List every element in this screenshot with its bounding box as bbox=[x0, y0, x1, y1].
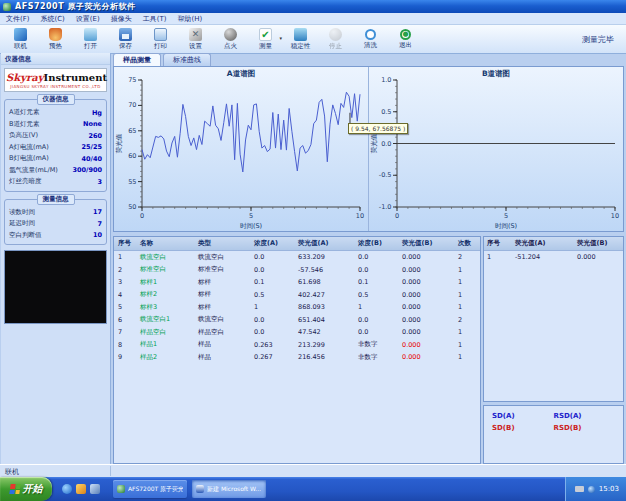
tab-strip: 样品测量标准曲线 bbox=[113, 53, 624, 66]
info-value: 300/900 bbox=[72, 166, 102, 174]
cell-no: 7 bbox=[116, 328, 138, 336]
toolbar-button-print[interactable]: 打印 bbox=[143, 26, 178, 52]
cell-conc-a: 0.0 bbox=[252, 253, 296, 261]
windows-flag-icon bbox=[9, 484, 20, 494]
cell-conc-b: 0.0 bbox=[356, 328, 400, 336]
info-row: 负高压(V)260 bbox=[7, 130, 104, 142]
chart-a-spectrum: A道谱图0510505560657075时间(S)荧光值 bbox=[114, 67, 368, 231]
taskbar-task-1[interactable]: 新建 Microsoft W... bbox=[192, 480, 266, 498]
cell-fluo-a: 633.209 bbox=[296, 253, 356, 261]
title-bar: AFS7200T 原子荧光分析软件 bbox=[0, 0, 626, 13]
cell-fluo-a: 47.542 bbox=[296, 328, 356, 336]
table-row[interactable]: 9样品2样品0.267216.456非数字0.0001 bbox=[114, 351, 480, 364]
status-divider bbox=[110, 466, 111, 476]
column-header: 浓度(A) bbox=[252, 239, 296, 248]
tab-standard-curve[interactable]: 标准曲线 bbox=[163, 53, 211, 66]
readings-table: 序号荧光值(A)荧光值(B)1-51.2040.000 bbox=[483, 236, 624, 402]
info-label: A道灯元素 bbox=[9, 108, 39, 117]
info-row: 延迟时间7 bbox=[7, 218, 104, 230]
taskbar-clock: 15:03 bbox=[599, 485, 619, 493]
sample-table-header: 序号名称类型浓度(A)荧光值(A)浓度(B)荧光值(B)次数 bbox=[114, 237, 480, 251]
start-button[interactable]: 开始 bbox=[0, 477, 52, 501]
svg-text:50: 50 bbox=[128, 203, 136, 211]
cell-type: 标准空白 bbox=[196, 265, 252, 274]
cell-times: 1 bbox=[456, 266, 480, 274]
cell-conc-a: 0.5 bbox=[252, 291, 296, 299]
task-label: AFS7200T 原子荧光... bbox=[128, 485, 183, 494]
sd-a-label: SD(A) bbox=[492, 412, 554, 420]
table-row[interactable]: 3标样1标样0.161.6980.10.0001 bbox=[114, 276, 480, 289]
svg-text:65: 65 bbox=[128, 127, 136, 135]
tray-device-icon[interactable] bbox=[575, 486, 584, 492]
cell-name: 标样2 bbox=[138, 290, 196, 299]
toolbar-button-label: 测量 bbox=[259, 42, 272, 51]
table-row[interactable]: 5标样3标样1868.09310.0001 bbox=[114, 301, 480, 314]
taskbar-task-0[interactable]: AFS7200T 原子荧光... bbox=[113, 480, 187, 498]
info-label: 空白判断值 bbox=[9, 231, 42, 240]
table-row[interactable]: 6载流空白1载流空白0.0651.4040.00.0002 bbox=[114, 314, 480, 327]
menu-item-0[interactable]: 文件(F) bbox=[6, 14, 30, 24]
svg-text:时间(S): 时间(S) bbox=[240, 222, 262, 230]
table-row[interactable]: 1载流空白载流空白0.0633.2090.00.0002 bbox=[114, 251, 480, 264]
quicklaunch-desktop-icon[interactable] bbox=[76, 484, 86, 494]
info-label: 延迟时间 bbox=[9, 219, 35, 228]
save-icon bbox=[119, 28, 132, 41]
svg-text:-0.5: -0.5 bbox=[379, 171, 392, 179]
cell-conc-b: 非数字 bbox=[356, 353, 400, 362]
tray-volume-icon[interactable] bbox=[588, 486, 595, 493]
cell-name: 样品1 bbox=[138, 340, 196, 349]
task-window-icon bbox=[196, 485, 204, 493]
toolbar-button-ignite[interactable]: 点火 bbox=[213, 26, 248, 52]
cell-no: 1 bbox=[116, 253, 138, 261]
toolbar-button-open[interactable]: 打开 bbox=[73, 26, 108, 52]
toolbar-button-exit[interactable]: ●退出 bbox=[388, 26, 423, 52]
svg-text:5: 5 bbox=[249, 212, 253, 220]
column-header: 类型 bbox=[196, 239, 252, 248]
table-row[interactable]: 7样品空白样品空白0.047.5420.00.0001 bbox=[114, 326, 480, 339]
table-row[interactable]: 2标准空白标准空白0.0-57.5460.00.0001 bbox=[114, 264, 480, 277]
toolbar-button-stability[interactable]: 稳定性 bbox=[283, 26, 318, 52]
cell-fluo-b: 0.000 bbox=[400, 278, 456, 286]
menu-item-1[interactable]: 系统(C) bbox=[41, 14, 65, 24]
table-row[interactable]: 1-51.2040.000 bbox=[484, 251, 623, 264]
status-bar: 联机 bbox=[0, 464, 626, 477]
toolbar-button-clean[interactable]: 清洗 bbox=[353, 26, 388, 52]
toolbar-button-connect[interactable]: 联机 bbox=[3, 26, 38, 52]
taskbar: 开始 AFS7200T 原子荧光...新建 Microsoft W... 15:… bbox=[0, 477, 626, 501]
group-legend: 测量信息 bbox=[37, 194, 75, 205]
tab-sample-measure[interactable]: 样品测量 bbox=[113, 53, 161, 66]
chart-a-slot: A道谱图0510505560657075时间(S)荧光值 bbox=[114, 67, 369, 231]
cell-times: 2 bbox=[456, 253, 480, 261]
svg-text:10: 10 bbox=[611, 212, 619, 220]
toolbar-button-preheat[interactable]: 预热 bbox=[38, 26, 73, 52]
readings-table-header: 序号荧光值(A)荧光值(B) bbox=[484, 237, 623, 251]
quicklaunch-media-icon[interactable] bbox=[90, 484, 100, 494]
system-tray: 15:03 bbox=[565, 477, 626, 501]
svg-text:1.0: 1.0 bbox=[381, 76, 391, 84]
toolbar-button-label: 停止 bbox=[329, 42, 342, 51]
menu-item-2[interactable]: 设置(E) bbox=[76, 14, 100, 24]
table-row[interactable]: 8样品1样品0.263213.299非数字0.0001 bbox=[114, 339, 480, 352]
menu-item-5[interactable]: 帮助(H) bbox=[178, 14, 203, 24]
quicklaunch-browser-icon[interactable] bbox=[62, 484, 72, 494]
cell-type: 标样 bbox=[196, 303, 252, 312]
toolbar-button-save[interactable]: 保存 bbox=[108, 26, 143, 52]
cell-conc-a: 0.1 bbox=[252, 278, 296, 286]
column-header: 序号 bbox=[116, 239, 138, 248]
info-row: B道灯元素None bbox=[7, 119, 104, 131]
measure-status-text: 测量完毕 bbox=[582, 34, 614, 45]
status-text: 联机 bbox=[5, 468, 19, 476]
svg-text:55: 55 bbox=[128, 178, 136, 186]
table-row[interactable]: 4标样2标样0.5402.4270.50.0001 bbox=[114, 289, 480, 302]
cell-fluo-b: 0.000 bbox=[577, 253, 626, 261]
cell-fluo-b: 0.000 bbox=[400, 253, 456, 261]
cell-no: 4 bbox=[116, 291, 138, 299]
menu-item-3[interactable]: 摄像头 bbox=[111, 14, 132, 24]
chart-b-slot: B道谱图0510-1.0-0.50.00.51.0时间(S)荧光值 bbox=[369, 67, 623, 231]
toolbar-button-label: 稳定性 bbox=[291, 42, 311, 51]
dropdown-arrow-icon[interactable]: ▾ bbox=[279, 35, 282, 41]
toolbar-button-measure[interactable]: ✔测量▾ bbox=[248, 26, 283, 52]
toolbar-button-settings[interactable]: ✕设置 bbox=[178, 26, 213, 52]
skyray-logo-text: SkyrayInstrument bbox=[6, 72, 105, 83]
menu-item-4[interactable]: 工具(T) bbox=[143, 14, 167, 24]
